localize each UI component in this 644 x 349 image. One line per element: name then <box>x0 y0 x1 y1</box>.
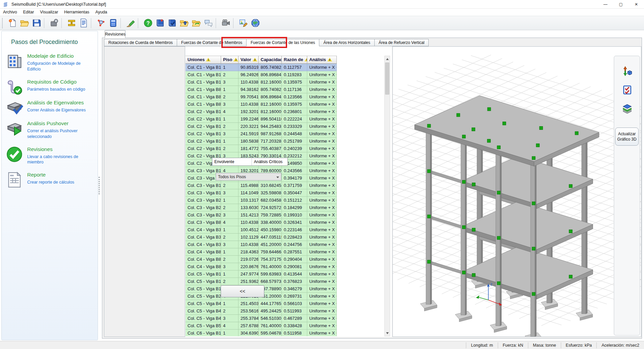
menu-ayuda[interactable]: Ayuda <box>92 9 110 15</box>
table-cell: 0.117136 <box>282 86 307 93</box>
toolbar-grip[interactable] <box>2 18 4 28</box>
table-row[interactable]: Col. C5 - Viga B4 -1251.45035444.1776550… <box>185 300 337 307</box>
table-row[interactable]: Col. C5 - Viga B5 -4257.67889761.4000000… <box>185 322 337 330</box>
table-cell: Col. C2 - Viga B10 <box>185 138 221 145</box>
folder-sync-button[interactable] <box>190 17 202 29</box>
column-header-uniones[interactable]: Uniones1 <box>185 56 221 64</box>
camera-button[interactable] <box>220 17 232 29</box>
splitter-grip[interactable] <box>99 177 100 194</box>
close-button[interactable]: ✕ <box>629 0 644 9</box>
processor-button[interactable] <box>48 17 60 29</box>
table-row[interactable]: Col. C2 - Viga B1 -1199.22461896.5041100… <box>185 115 337 123</box>
table-row[interactable]: Col. C3 - Viga B133114.10496325.5980810.… <box>185 189 337 197</box>
subtab-fuerzas-de-cortante-de-las-uniones[interactable]: Fuerzas de Cortante de las Uniones <box>246 39 319 46</box>
table-cell: 755.403871 <box>259 145 282 152</box>
sidebar-step-3[interactable]: Análisis de EigenvaloresCorrer Análisis … <box>2 95 98 116</box>
section-button[interactable] <box>65 17 77 29</box>
table-row[interactable]: Col. C1 - Viga B13110.43381812.1600000.1… <box>185 79 337 86</box>
pisos-dropdown[interactable]: Todos los Pisos <box>216 173 281 181</box>
subtab-fuerzas-de-cortante-de-miembros[interactable]: Fuerzas de Cortante de Miembros <box>177 39 247 46</box>
column-header-capacidad[interactable]: Capacidad4 <box>259 56 282 64</box>
table-cell: Uniforme + X + <box>307 322 337 330</box>
folder-import-button[interactable] <box>178 17 190 29</box>
table-row[interactable]: Col. C3 - Viga B132115.49885310.6824530.… <box>185 182 337 189</box>
column-header-piso[interactable]: Piso2 <box>221 56 238 64</box>
table-row[interactable]: Col. C1 - Viga B8194.381629805.7408280.1… <box>185 86 337 93</box>
analisis-criticos-option[interactable]: Análisis Críticos <box>252 158 287 165</box>
layers-button[interactable] <box>620 102 635 116</box>
table-row[interactable]: Col. C4 - Viga B33110.43381451.2000000.2… <box>185 241 337 248</box>
maximize-button[interactable]: ▢ <box>613 0 629 9</box>
table-row[interactable]: Col. C4 - Viga B31100.45122450.1598010.2… <box>185 226 337 234</box>
save-button[interactable] <box>31 17 43 29</box>
model-3d-button[interactable] <box>95 17 107 29</box>
table-row[interactable]: Col. C2 - Viga B1 -2220.32215944.2548390… <box>185 123 337 130</box>
menu-editar[interactable]: Editar <box>20 9 37 15</box>
update-3d-button[interactable]: ActualizarGráfico 3D <box>615 128 639 146</box>
table-row[interactable]: Col. C5 - Viga B4 -3255.37848546.5103010… <box>185 315 337 322</box>
table-cell: Col. C4 - Viga B3 <box>185 234 221 241</box>
tab-revisiones[interactable]: Revisiones <box>105 30 125 38</box>
new-document-button[interactable] <box>6 17 18 29</box>
table-row[interactable]: Col. C3 - Viga B84110.43381338.4000000.3… <box>185 219 337 226</box>
status-masa: Masa: tonne <box>528 342 561 348</box>
calculator-button[interactable] <box>107 17 119 29</box>
table-row[interactable]: Col. C1 - Viga B1296.249266806.8968490.1… <box>185 71 337 79</box>
minimize-button[interactable]: — <box>598 0 613 9</box>
table-row[interactable]: Col. C5 - Viga B4 -2253.56162495.2442500… <box>185 307 337 315</box>
sidebar-step-5[interactable]: RevisionesLlevar a cabo revisiones de mi… <box>2 142 98 167</box>
sidebar-step-6[interactable]: ReporteCrear reporte de cálculos <box>2 167 98 188</box>
table-row[interactable]: Col. C3 - Viga B21103.13176682.0345840.1… <box>185 197 337 204</box>
chat-button[interactable] <box>202 17 214 29</box>
table-row[interactable]: Col. C3 - Viga B22133.60309724.9257240.1… <box>185 204 337 211</box>
subtab--rea-de-aros-horizontales[interactable]: Área de Aros Horizontales <box>319 39 374 46</box>
checklist-button[interactable] <box>620 83 635 97</box>
open-folder-button[interactable] <box>18 17 31 29</box>
subtab--rea-de-refuerzo-vertical[interactable]: Área de Refuerzo Vertical <box>374 39 429 46</box>
table-row[interactable]: Col. C4 - Viga B8 -2219.07261754.3717570… <box>185 256 337 263</box>
envolvente-option[interactable]: Envolvente <box>212 158 252 165</box>
table-row[interactable]: Col. C2 - Viga B1 -3241.59198987.9126800… <box>185 130 337 138</box>
help-button[interactable]: ? <box>142 17 154 29</box>
ver-criterios-combo[interactable]: Envolvente Análisis Críticos <box>212 158 288 166</box>
table-row[interactable]: Col. C1 - Viga B83110.43381812.1600000.1… <box>185 101 337 108</box>
sidebar-step-4[interactable]: Análisis PushoverCorrer el análisis Push… <box>2 116 98 142</box>
table-row[interactable]: Col. C6 - Viga B13 -1304.63903595.046782… <box>185 330 337 336</box>
menu-archivo[interactable]: Archivo <box>0 9 20 15</box>
column-header-raz-n-de[interactable]: Razón de5 <box>282 56 307 64</box>
menu-visualizar[interactable]: Visualizar <box>37 9 61 15</box>
menu-herramientas[interactable]: Herramientas <box>61 9 92 15</box>
scrollbar-thumb[interactable] <box>385 62 389 95</box>
image-edit-button[interactable] <box>237 17 249 29</box>
globe-button[interactable] <box>249 17 261 29</box>
table-cell: Uniforme + X + <box>307 241 337 248</box>
column-header-valor[interactable]: Valor3 <box>238 56 259 64</box>
table-row[interactable]: Col. C1 - Viga B1190.853197805.7408280.1… <box>185 64 337 71</box>
move-cube-button[interactable] <box>620 64 635 78</box>
sidebar-step-2[interactable]: Requisitos de CódigoParámetros basados e… <box>2 74 98 95</box>
table-row[interactable]: Col. C1 - Viga B8299.705418806.8968490.1… <box>185 93 337 101</box>
table-row[interactable]: Col. C2 - Viga B102181.47724755.4038710.… <box>185 145 337 152</box>
scroll-up-arrow[interactable] <box>385 56 390 62</box>
sidebar-step-1[interactable]: Modelaje de EdificioCofiguración de Mode… <box>2 48 98 74</box>
scroll-down-arrow[interactable] <box>385 330 390 336</box>
column-header-an-lisis[interactable]: Análisis6 <box>307 56 337 64</box>
paintbrush-button[interactable] <box>124 17 137 29</box>
subtab-rotaciones-de-cuerda-de-miembros[interactable]: Rotaciones de Cuerda de Miembros <box>104 39 177 46</box>
table-row[interactable]: Col. C3 - Viga B23151.42139759.7288560.1… <box>185 211 337 219</box>
table-cell: 806.896849 <box>259 93 282 101</box>
table-row[interactable]: Col. C5 - Viga B10 -2251.93623668.579738… <box>185 278 337 285</box>
table-row[interactable]: Col. C2 - Viga B14192.32010812.1600000.2… <box>185 108 337 115</box>
book-button[interactable] <box>154 17 166 29</box>
book-check-button[interactable] <box>166 17 178 29</box>
report-document-button[interactable] <box>77 17 90 29</box>
table-row[interactable]: Col. C4 - Viga B8 -1218.43633759.6446640… <box>185 248 337 256</box>
collapse-panel-button[interactable]: << <box>221 285 264 297</box>
table-row[interactable]: Col. C5 - Viga B10 -1247.97745599.639835… <box>185 270 337 278</box>
table-scrollbar[interactable] <box>384 56 390 336</box>
table-row[interactable]: Col. C4 - Viga B8 -3220.86762761.4000000… <box>185 263 337 270</box>
table-cell: 761.400000 <box>259 322 282 330</box>
table-row[interactable]: Col. C4 - Viga B32102.11290447.0351150.2… <box>185 234 337 241</box>
table-row[interactable]: Col. C2 - Viga B101180.58388717.2032880.… <box>185 138 337 145</box>
app-icon <box>3 2 9 7</box>
